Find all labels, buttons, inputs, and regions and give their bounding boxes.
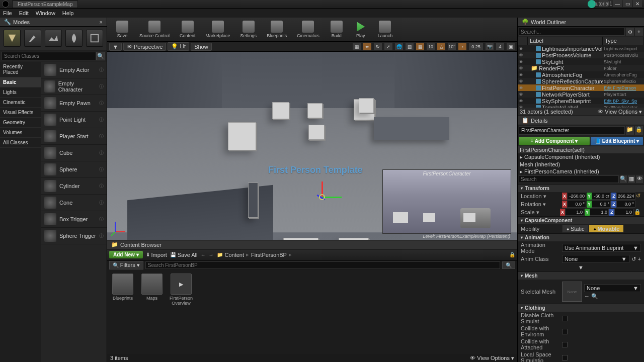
place-item[interactable]: Empty Actorⓘ [41, 62, 107, 78]
category-volumes[interactable]: Volumes [0, 128, 41, 138]
scale-snap-value[interactable]: 0.25 [468, 43, 484, 51]
add-icon[interactable]: + [638, 256, 641, 262]
scale-snap-button[interactable]: ▫ [458, 43, 467, 51]
show-button[interactable]: Show [191, 43, 212, 51]
component-tree[interactable]: FirstPersonCharacter(self)▸ CapsuleCompo… [518, 146, 644, 174]
geometry-mode-button[interactable] [86, 30, 103, 47]
details-tab[interactable]: 📋 Details [518, 116, 644, 125]
outliner-tab[interactable]: 🌳 World Outliner [518, 18, 644, 27]
outliner-row[interactable]: 👁LightmassImportanceVolumeLightmassImpor… [518, 45, 644, 52]
category-lights[interactable]: Lights [0, 87, 41, 98]
maximize-button[interactable]: ▭ [623, 0, 632, 7]
loc-x-input[interactable] [567, 193, 586, 200]
actor-name-input[interactable] [519, 126, 625, 135]
outliner-row[interactable]: 👁TemplateLabelTextRenderActor [518, 104, 644, 108]
scl-z-input[interactable] [614, 209, 633, 216]
loc-z-input[interactable] [616, 193, 635, 200]
mesh-section[interactable]: Mesh [518, 272, 644, 280]
foliage-mode-button[interactable] [65, 30, 83, 47]
checkbox[interactable] [562, 316, 568, 321]
component-row[interactable]: ▸ FirstPersonCamera (Inherited) [518, 168, 644, 174]
mesh-dropdown[interactable]: None▼ [584, 284, 641, 292]
marketplace-button[interactable]: Marketplace [202, 20, 234, 39]
grid-snap-value[interactable]: 10 [426, 43, 435, 51]
breadcrumb[interactable]: 📁 Content ▸ FirstPersonBP ▸ [217, 251, 292, 258]
category-recently-placed[interactable]: Recently Placed [0, 62, 41, 77]
place-mode-button[interactable] [4, 30, 21, 47]
lock-icon[interactable]: 🔒 [635, 126, 643, 135]
scl-y-input[interactable] [590, 209, 609, 216]
outliner-row[interactable]: 👁AtmosphericFogAtmosphericFog [518, 71, 644, 78]
property-matrix-icon[interactable]: ▦ [628, 175, 635, 183]
component-row[interactable]: ▸ CapsuleComponent (Inherited) [518, 153, 644, 161]
place-item[interactable]: Cylinderⓘ [41, 178, 107, 195]
camera-speed-icon[interactable]: 📷 [485, 43, 494, 51]
place-item[interactable]: Empty Pawnⓘ [41, 95, 107, 112]
eye-icon[interactable]: 👁 [636, 175, 643, 183]
search-icon[interactable]: 🔍 [502, 261, 515, 269]
search-classes-input[interactable] [2, 52, 96, 60]
rot-z-input[interactable] [616, 201, 635, 208]
level-tab[interactable]: FirstPersonExampleMap [12, 1, 78, 8]
lock-scale-icon[interactable]: 🔒 [634, 209, 641, 216]
minimize-button[interactable]: — [613, 0, 622, 7]
category-geometry[interactable]: Geometry [0, 118, 41, 128]
perspective-button[interactable]: 👁 Perspective [123, 43, 167, 51]
content-button[interactable]: Content [176, 20, 200, 39]
component-row[interactable]: FirstPersonCharacter(self) [518, 146, 644, 153]
blueprints-button[interactable]: Blueprints [263, 20, 291, 39]
viewport[interactable]: First Person Template FirstPersonCharact… [107, 52, 517, 240]
capsule-section[interactable]: CapsuleComponent [518, 216, 644, 224]
clothing-section[interactable]: Clothing [518, 304, 644, 312]
content-browser-tab[interactable]: 📁 Content Browser [107, 240, 517, 249]
animation-section[interactable]: Animation [518, 233, 644, 241]
outliner-header[interactable]: Label Type [518, 37, 644, 45]
edit-blueprint-button[interactable]: 📘 Edit Blueprint ▾ [591, 137, 643, 145]
lit-button[interactable]: 💡 Lit [168, 42, 189, 51]
outliner-view-options[interactable]: 👁 View Options ▾ [598, 109, 642, 115]
filter-icon[interactable]: ⚙ [626, 28, 634, 36]
use-icon[interactable]: ← [584, 293, 590, 299]
outliner-row[interactable]: 👁SphereReflectionCaptureSphereReflectio [518, 78, 644, 84]
menu-file[interactable]: File [3, 10, 12, 16]
outliner-row[interactable]: 👁FirstPersonCharacterEdit FirstPerson [518, 84, 644, 91]
details-search-input[interactable] [519, 175, 619, 183]
add-new-button[interactable]: Add New ▾ [109, 251, 143, 258]
view-options-button[interactable]: 👁 View Options ▾ [470, 355, 514, 361]
expand-icon[interactable]: ▼ [578, 264, 584, 270]
play-button[interactable]: Play [350, 20, 372, 39]
category-visual-effects[interactable]: Visual Effects [0, 108, 41, 118]
asset-item[interactable]: ▶FirstPersonOverview [170, 274, 193, 306]
close-button[interactable]: ✕ [633, 0, 642, 7]
rot-x-input[interactable] [567, 201, 586, 208]
scale-gizmo-button[interactable]: ⤢ [384, 43, 393, 51]
game-view-icon[interactable]: ▦ [352, 43, 361, 51]
close-icon[interactable]: × [100, 19, 103, 25]
source-control-button[interactable]: Source Control [135, 20, 174, 39]
search-icon[interactable]: 🔍 [96, 52, 105, 60]
save-all-button[interactable]: 💾 Save All [170, 252, 198, 258]
place-item[interactable]: Empty Characterⓘ [41, 78, 107, 95]
category-cinematic[interactable]: Cinematic [0, 98, 41, 108]
surface-snap-button[interactable]: ▨ [405, 43, 414, 51]
launch-button[interactable]: Launch [374, 20, 397, 39]
place-item[interactable]: Sphere Triggerⓘ [41, 228, 107, 244]
checkbox[interactable] [562, 342, 568, 347]
place-item[interactable]: Point Lightⓘ [41, 112, 107, 128]
paint-mode-button[interactable] [24, 30, 41, 47]
browse-icon[interactable]: 📁 [626, 126, 634, 135]
modes-tab[interactable]: 🔧 Modes × [0, 18, 107, 27]
grid-snap-button[interactable]: ▦ [416, 43, 425, 51]
mobility-toggle[interactable]: ● Static ● Movable [562, 225, 624, 233]
outliner-row[interactable]: 👁SkySphereBlueprintEdit BP_Sky_Sp [518, 98, 644, 104]
reset-icon[interactable]: ↺ [636, 193, 640, 200]
outliner-row[interactable]: 👁NetworkPlayerStartPlayerStart [518, 91, 644, 98]
rot-y-input[interactable] [592, 201, 611, 208]
scl-x-input[interactable] [565, 209, 584, 216]
outliner-row[interactable]: 👁PostProcessVolumePostProcessVolu [518, 52, 644, 58]
checkbox[interactable] [562, 355, 568, 360]
import-button[interactable]: ⬇ Import [146, 252, 167, 258]
anim-mode-dropdown[interactable]: Use Animation Blueprint▼ [562, 244, 641, 252]
loc-y-input[interactable] [592, 193, 611, 200]
menu-edit[interactable]: Edit [19, 10, 29, 16]
